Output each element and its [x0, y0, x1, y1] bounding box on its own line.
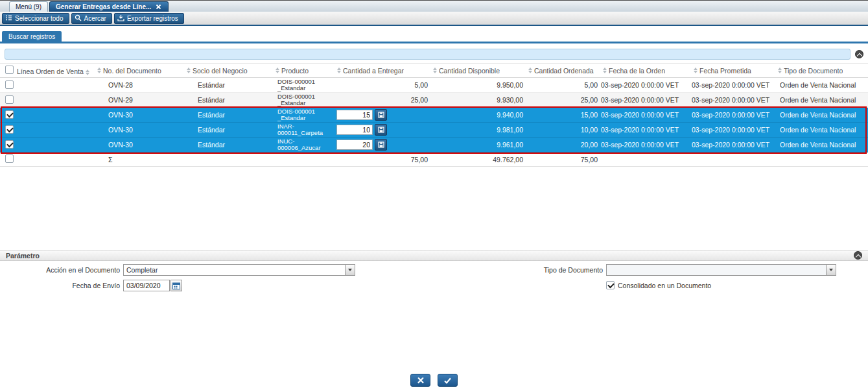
sort-icon[interactable]	[187, 67, 191, 73]
cell-order-date: 03-sep-2020 0:00:00 VET	[600, 111, 690, 119]
sort-icon[interactable]	[433, 67, 437, 73]
doc-type-value	[606, 264, 826, 276]
column-header-socio[interactable]: Socio del Negocio	[183, 64, 272, 77]
cell-doc-type: Orden de Venta Nacional	[775, 141, 868, 149]
x-icon	[417, 376, 425, 384]
sort-icon[interactable]	[528, 67, 532, 73]
cell-qty-to-deliver: 5,00	[334, 81, 430, 89]
row-checkbox-checked[interactable]	[5, 140, 14, 149]
export-button[interactable]: Exportar registros	[114, 13, 184, 24]
search-tab-label: Buscar registros	[8, 33, 55, 40]
sort-icon[interactable]	[694, 67, 698, 73]
sort-icon[interactable]	[86, 69, 89, 75]
cell-select	[0, 154, 94, 164]
chevron-down-icon[interactable]	[345, 264, 355, 276]
cancel-button[interactable]	[410, 374, 430, 387]
cell-document: OVN-29	[94, 96, 183, 104]
column-header-linea-orden[interactable]: Línea Orden de Venta	[0, 64, 94, 77]
browser-window: Menú (9) Generar Entregas desde Líne... …	[0, 0, 868, 390]
column-header-documento[interactable]: No. del Documento	[94, 64, 183, 77]
row-checkbox-checked[interactable]	[5, 110, 14, 119]
doc-action-combobox[interactable]: Completar	[123, 264, 355, 276]
column-header-cantidad-entregar[interactable]: Cantidad a Entregar	[334, 64, 430, 77]
cell-qty-ordered: 15,00	[525, 111, 600, 119]
cell-document: OVN-30	[94, 111, 183, 119]
cell-qty-available: 9.940,00	[430, 111, 525, 119]
tab-menu-label: Menú (9)	[16, 3, 41, 10]
cell-order-date: 03-sep-2020 0:00:00 VET	[600, 96, 690, 104]
cell-product: INAR-000011_Carpeta	[272, 123, 334, 137]
sort-icon[interactable]	[276, 67, 279, 73]
cell-product: DOIS-000001 _Estandar	[272, 93, 334, 107]
column-header-producto[interactable]: Producto	[272, 64, 334, 77]
row-checkbox[interactable]	[5, 80, 14, 89]
column-label: Fecha de la Orden	[609, 67, 665, 75]
collapse-search-button[interactable]	[855, 50, 863, 58]
save-row-button[interactable]	[375, 139, 387, 151]
table-row-selected[interactable]: OVN-30 Estándar DOIS-000001 _Estandar 9.…	[0, 108, 868, 123]
cell-doc-type: Orden de Venta Nacional	[775, 96, 868, 104]
consolidated-checkbox[interactable]	[606, 281, 615, 289]
toolbar: Seleccionar todo Acercar Exportar regist…	[0, 12, 868, 26]
confirm-button[interactable]	[438, 374, 458, 387]
doc-type-combobox[interactable]	[606, 264, 836, 276]
cell-sum-qty-ordered: 75,00	[525, 156, 600, 164]
cell-doc-type: Orden de Venta Nacional	[775, 126, 868, 134]
sort-icon[interactable]	[778, 67, 782, 73]
column-label: Cantidad a Entregar	[343, 67, 404, 75]
ship-date-input[interactable]	[123, 280, 170, 291]
column-label: Fecha Prometida	[699, 67, 751, 75]
cell-qty-ordered: 10,00	[525, 126, 600, 134]
close-icon[interactable]	[155, 3, 162, 10]
column-label: Línea Orden de Venta	[17, 67, 84, 75]
table-row-selected[interactable]: OVN-30 Estándar INUC-000006_Azucar 9.961…	[0, 138, 868, 152]
qty-to-deliver-input[interactable]	[336, 125, 373, 135]
cell-product: DOIS-000001 _Estandar	[272, 108, 334, 122]
save-row-button[interactable]	[375, 124, 387, 136]
dialog-actions	[0, 374, 868, 387]
cell-sum-qty-to-deliver: 75,00	[334, 156, 430, 164]
sort-icon[interactable]	[97, 67, 101, 73]
calendar-button[interactable]	[170, 280, 182, 291]
column-header-fecha-orden[interactable]: Fecha de la Orden	[600, 64, 690, 77]
sort-icon[interactable]	[603, 67, 607, 73]
table-row[interactable]: OVN-29 Estándar DOIS-000001 _Estandar 25…	[0, 93, 868, 108]
cell-doc-type: Orden de Venta Nacional	[775, 111, 868, 119]
cell-qty-ordered: 20,00	[525, 141, 600, 149]
parameter-panel-header: Parámetro	[0, 250, 868, 261]
qty-to-deliver-input[interactable]	[336, 140, 373, 150]
column-header-fecha-prometida[interactable]: Fecha Prometida	[690, 64, 775, 77]
tab-buscar-registros[interactable]: Buscar registros	[2, 31, 62, 42]
cell-qty-ordered: 25,00	[525, 96, 600, 104]
select-all-button[interactable]: Seleccionar todo	[2, 13, 69, 24]
select-all-checkbox[interactable]	[5, 66, 14, 74]
search-input[interactable]	[5, 49, 850, 60]
row-checkbox-checked[interactable]	[5, 125, 14, 134]
zoom-label: Acercar	[84, 15, 106, 22]
row-checkbox[interactable]	[5, 154, 14, 163]
results-table: Línea Orden de Venta No. del Documento S…	[0, 63, 868, 167]
cell-partner: Estándar	[183, 126, 272, 134]
table-row[interactable]: OVN-28 Estándar DOIS-000001 _Estandar 5,…	[0, 78, 868, 93]
column-header-cantidad-ordenada[interactable]: Cantidad Ordenada	[525, 64, 600, 77]
ship-date-field	[123, 280, 182, 291]
column-header-cantidad-disponible[interactable]: Cantidad Disponible	[430, 64, 525, 77]
sort-icon[interactable]	[337, 67, 341, 73]
save-row-button[interactable]	[375, 109, 387, 121]
chevron-down-icon[interactable]	[826, 264, 836, 276]
zoom-button[interactable]: Acercar	[71, 13, 112, 24]
tab-generar-label: Generar Entregas desde Líne...	[56, 3, 151, 10]
ship-date-label: Fecha de Envío	[0, 280, 120, 291]
table-header: Línea Orden de Venta No. del Documento S…	[0, 63, 868, 78]
table-row-selected[interactable]: OVN-30 Estándar INAR-000011_Carpeta 9.98…	[0, 123, 868, 138]
column-header-tipo-documento[interactable]: Tipo de Documento	[775, 64, 868, 77]
row-checkbox[interactable]	[5, 95, 14, 104]
cell-select	[0, 110, 94, 120]
cell-select	[0, 80, 94, 90]
qty-to-deliver-input[interactable]	[336, 110, 373, 120]
collapse-parameter-button[interactable]	[854, 251, 862, 260]
tab-generar-entregas[interactable]: Generar Entregas desde Líne...	[49, 1, 169, 12]
cell-partner: Estándar	[183, 81, 272, 89]
tab-menu[interactable]: Menú (9)	[9, 1, 48, 12]
column-label: Tipo de Documento	[784, 67, 843, 75]
